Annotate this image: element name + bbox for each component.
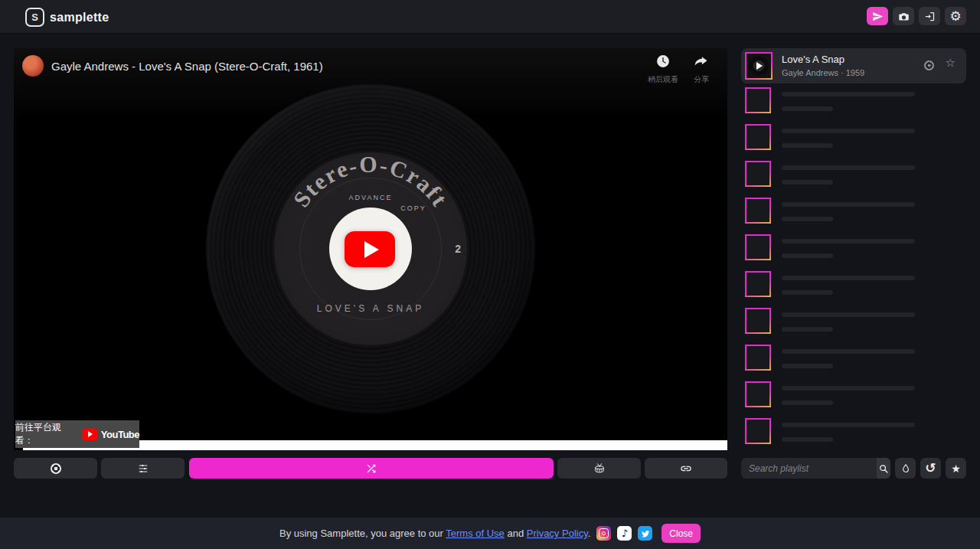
search-input[interactable] [741, 458, 877, 479]
copy-link-button[interactable] [645, 458, 727, 479]
skeleton-thumbnail [745, 198, 771, 224]
skeleton-title-line [782, 129, 915, 133]
screenshot-button[interactable] [893, 7, 914, 25]
playlist-skeleton-item [741, 270, 966, 306]
skeleton-title-line [782, 202, 915, 207]
instagram-link[interactable] [596, 526, 611, 541]
history-button[interactable]: ↺ [920, 458, 941, 479]
skeleton-title-line [782, 239, 915, 243]
skeleton-title-line [782, 92, 915, 96]
watch-later-label: 稍后观看 [645, 74, 681, 85]
youtube-play-icon [82, 429, 98, 440]
favorite-star-icon[interactable]: ☆ [946, 57, 956, 69]
play-triangle-icon [364, 241, 379, 258]
skeleton-subtitle-line [782, 106, 833, 111]
paper-plane-icon [872, 11, 884, 22]
top-bar: S samplette ⚙ [0, 0, 980, 34]
record-advance-text: ADVANCE [274, 194, 467, 201]
skeleton-title-line [782, 276, 915, 280]
share-video-button[interactable]: 分享 [683, 54, 720, 85]
drum-breaks-button[interactable] [557, 458, 641, 479]
playlist-skeleton-item [741, 343, 966, 380]
samplette-logo-icon: S [25, 8, 44, 27]
playlist-skeleton-item [741, 380, 966, 417]
water-drop-icon [900, 463, 911, 474]
filters-button[interactable] [101, 458, 185, 479]
record-song-title: LOVE'S A SNAP [274, 303, 467, 314]
playlist-skeleton-item [741, 417, 966, 453]
shuffle-button[interactable] [189, 458, 554, 479]
playlist-skeleton-item [741, 233, 966, 270]
skeleton-subtitle-line [782, 217, 833, 221]
skeleton-thumbnail [745, 345, 771, 371]
mini-record-icon [749, 56, 769, 76]
playlist-skeleton-item [741, 196, 966, 233]
header-buttons: ⚙ [867, 7, 966, 25]
clock-icon [655, 54, 671, 69]
playlist-skeleton-item [741, 306, 966, 343]
video-player[interactable]: Stere-O-Craft ADVANCE COPY LOVE'S A SNAP… [14, 48, 727, 450]
terms-of-use-link[interactable]: Terms of Use [446, 528, 505, 539]
watch-on-youtube-badge[interactable]: 前往平台观看： YouTube [15, 420, 139, 448]
playlist-skeleton-item [741, 86, 966, 123]
skeleton-thumbnail [745, 381, 771, 407]
close-button[interactable]: Close [662, 524, 701, 543]
tiktok-link[interactable]: ♪ [617, 526, 632, 541]
gear-icon: ⚙ [949, 10, 961, 23]
playlist-skeleton-item [741, 159, 966, 196]
skeleton-thumbnail [745, 87, 771, 113]
favorites-button[interactable]: ★ [946, 458, 966, 479]
sign-in-button[interactable] [919, 7, 940, 25]
footer-agreement-text: By using Samplette, you agree to our Ter… [279, 528, 590, 539]
youtube-play-button[interactable] [345, 231, 395, 267]
skeleton-subtitle-line [782, 327, 833, 332]
skeleton-title-line [782, 349, 915, 354]
privacy-policy-link[interactable]: Privacy Policy [527, 528, 588, 539]
now-playing-title: Love's A Snap [782, 54, 844, 65]
agreement-and: and [505, 528, 527, 539]
samplette-logo-text: samplette [50, 11, 109, 25]
link-icon [680, 462, 692, 475]
share-app-button[interactable] [867, 7, 888, 25]
skeleton-thumbnail [745, 124, 771, 150]
watch-later-button[interactable]: 稍后观看 [645, 54, 681, 85]
record-side-number: 2 [455, 243, 461, 255]
vinyl-mode-button[interactable] [14, 458, 97, 479]
channel-avatar[interactable] [22, 55, 44, 77]
twitter-link[interactable] [638, 526, 652, 541]
watch-on-platform-label: 前往平台观看： [15, 421, 77, 447]
youtube-logo-text: YouTube [101, 429, 139, 440]
skeleton-title-line [782, 312, 915, 317]
video-title[interactable]: Gayle Andrews - Love's A Snap (Stere-O-C… [51, 60, 323, 73]
now-playing-thumbnail[interactable] [745, 52, 773, 80]
skeleton-thumbnail [745, 418, 771, 444]
now-playing-subtitle: Gayle Andrews · 1959 [782, 68, 864, 77]
skeleton-subtitle-line [782, 253, 833, 258]
star-icon: ★ [951, 463, 961, 474]
samplette-logo[interactable]: S samplette [25, 8, 109, 27]
share-arrow-icon [694, 54, 709, 69]
record-copy-text: COPY [274, 204, 510, 212]
skeleton-subtitle-line [782, 143, 833, 148]
skeleton-thumbnail [745, 308, 771, 334]
skeleton-subtitle-line [782, 290, 833, 295]
skeleton-thumbnail [745, 234, 771, 260]
skeleton-title-line [782, 423, 915, 427]
genre-drop-button[interactable] [895, 458, 916, 479]
sign-in-icon [924, 11, 936, 22]
skeleton-subtitle-line [782, 364, 833, 368]
settings-button[interactable]: ⚙ [945, 7, 966, 25]
agreement-prefix: By using Samplette, you agree to our [279, 528, 446, 539]
vinyl-disc-icon [51, 463, 61, 474]
agreement-period: . [588, 528, 591, 539]
skeleton-title-line [782, 165, 915, 170]
twitter-bird-icon [641, 529, 650, 538]
playlist-skeleton-item [741, 123, 966, 159]
skeleton-thumbnail [745, 161, 771, 187]
skeleton-list [741, 86, 966, 453]
skeleton-subtitle-line [782, 437, 833, 442]
now-playing-item[interactable]: Love's A Snap Gayle Andrews · 1959 ☆ [741, 48, 966, 83]
search-button[interactable] [877, 458, 890, 479]
disc-action-icon[interactable] [924, 60, 934, 70]
skeleton-subtitle-line [782, 400, 833, 405]
